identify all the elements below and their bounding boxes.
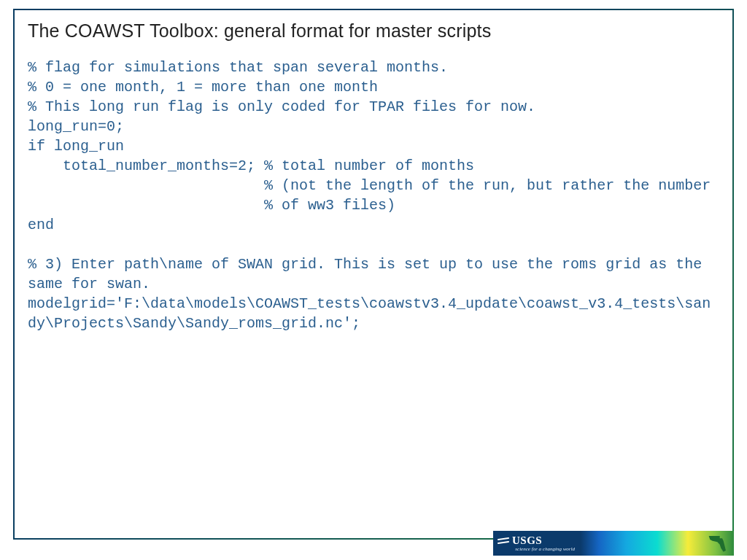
slide-title: The COAWST Toolbox: general format for m… [28,20,719,42]
florida-icon [706,532,731,554]
code-line: total_number_months=2; % total number of… [28,158,474,174]
usgs-logo-row: USGS [498,534,575,547]
wave-icon [498,536,509,546]
code-line: long_run=0; [28,118,124,135]
color-ribbon [581,531,734,556]
code-block: % flag for simulations that span several… [28,58,719,333]
usgs-tagline: science for a changing world [498,546,575,552]
usgs-text: USGS [512,534,542,547]
code-line: end [28,217,54,233]
code-line: % 3) Enter path\name of SWAN grid. This … [28,256,711,292]
slide-frame: The COAWST Toolbox: general format for m… [13,9,734,540]
footer-bar: USGS science for a changing world [493,531,734,556]
code-line: % This long run flag is only coded for T… [28,98,535,115]
code-line: % of ww3 files) [28,197,395,214]
code-line: % 0 = one month, 1 = more than one month [28,79,378,96]
code-line: % (not the length of the run, but rather… [28,177,711,194]
code-line: modelgrid='F:\data\models\COAWST_tests\c… [28,295,711,332]
code-line: % flag for simulations that span several… [28,59,448,76]
usgs-logo-block: USGS science for a changing world [493,531,581,556]
code-line: if long_run [28,138,124,155]
